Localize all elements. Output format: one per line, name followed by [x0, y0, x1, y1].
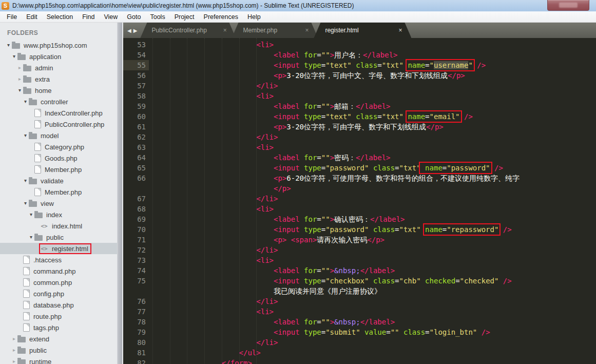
- code-line[interactable]: 69 <label for="">确认密码：</label>: [123, 214, 596, 224]
- tree-item-route.php[interactable]: route.php: [0, 311, 117, 322]
- tree-item-indexcontroller.php[interactable]: IndexController.php: [0, 107, 117, 119]
- line-number[interactable]: 57: [123, 81, 149, 91]
- line-number[interactable]: 71: [123, 235, 149, 245]
- menu-item-project[interactable]: Project: [170, 12, 199, 22]
- code-line[interactable]: 80 </li>: [123, 337, 596, 348]
- code-line[interactable]: 55 <input type="text" class="txt" name="…: [123, 60, 596, 70]
- line-number[interactable]: 70: [123, 224, 149, 235]
- tree-item-admin[interactable]: ▸admin: [0, 62, 117, 73]
- tree-item-index[interactable]: ▾index: [0, 209, 117, 220]
- line-number[interactable]: 76: [123, 296, 149, 306]
- prev-tab-arrow-icon[interactable]: ◀: [127, 28, 131, 33]
- code-line[interactable]: 72 </li>: [123, 245, 596, 255]
- line-number[interactable]: 55: [123, 60, 149, 70]
- menu-item-edit[interactable]: Edit: [22, 12, 42, 22]
- collapse-arrow-icon[interactable]: ▸: [11, 356, 17, 364]
- collapse-arrow-icon[interactable]: ▸: [11, 344, 17, 356]
- line-number[interactable]: 59: [123, 101, 149, 111]
- code-line[interactable]: 56 <p>3-20位字符，可由中文、字母、数字和下划线组成</p>: [123, 70, 596, 81]
- tree-item-category.php[interactable]: Category.php: [0, 141, 117, 152]
- code-line[interactable]: 67 </li>: [123, 194, 596, 204]
- expand-arrow-icon[interactable]: ▾: [22, 198, 29, 209]
- code-line[interactable]: 82 </form>: [123, 358, 596, 364]
- tree-item-member.php[interactable]: Member.php: [0, 164, 117, 175]
- line-number[interactable]: 74: [123, 265, 149, 276]
- tree-item-home[interactable]: ▾home: [0, 85, 117, 96]
- line-number[interactable]: 72: [123, 245, 149, 255]
- tree-item-member.php[interactable]: Member.php: [0, 186, 117, 198]
- code-line[interactable]: 61 <p>3-20位字符，可由字母、数字和下划线组成</p>: [123, 122, 596, 132]
- line-number[interactable]: 77: [123, 306, 149, 317]
- tree-item-index.html[interactable]: <>index.html: [0, 220, 117, 232]
- code-line[interactable]: 53 <li>: [123, 40, 596, 50]
- tab-close-icon[interactable]: ×: [395, 27, 405, 34]
- code-line[interactable]: </p>: [123, 183, 596, 194]
- code-line[interactable]: 76 </li>: [123, 296, 596, 306]
- line-number[interactable]: 64: [123, 152, 149, 163]
- tab-close-icon[interactable]: ×: [302, 27, 312, 34]
- expand-arrow-icon[interactable]: ▾: [16, 85, 23, 96]
- expand-arrow-icon[interactable]: ▾: [5, 40, 12, 51]
- close-button[interactable]: [547, 0, 589, 11]
- expand-arrow-icon[interactable]: ▾: [22, 175, 29, 186]
- code-line[interactable]: 81 </ul>: [123, 348, 596, 358]
- next-tab-arrow-icon[interactable]: ▶: [133, 28, 138, 33]
- tab-register.html[interactable]: register.html×: [314, 23, 411, 38]
- line-number[interactable]: 53: [123, 40, 149, 50]
- tab-publiccontroller.php[interactable]: PublicController.php×: [140, 23, 236, 38]
- tree-item-view[interactable]: ▾view: [0, 198, 117, 209]
- tree-item-publiccontroller.php[interactable]: PublicController.php: [0, 119, 117, 130]
- line-number[interactable]: [123, 183, 149, 194]
- code-line[interactable]: 77 <li>: [123, 306, 596, 317]
- line-number[interactable]: 73: [123, 255, 149, 265]
- line-number[interactable]: 69: [123, 214, 149, 224]
- line-number[interactable]: 67: [123, 194, 149, 204]
- tree-item-register.html[interactable]: <>register.html: [0, 243, 117, 254]
- line-number[interactable]: 68: [123, 204, 149, 214]
- code-line[interactable]: 71 <p> <span>请再次输入密码</p>: [123, 235, 596, 245]
- collapse-arrow-icon[interactable]: ▸: [11, 333, 17, 344]
- line-number[interactable]: 65: [123, 163, 149, 173]
- line-number[interactable]: 58: [123, 91, 149, 101]
- tree-item-www.php15shop.com[interactable]: ▾www.php15shop.com: [0, 40, 117, 51]
- code-line[interactable]: 75 <input type="checkbox" class="chb" ch…: [123, 276, 596, 286]
- menu-item-preferences[interactable]: Preferences: [199, 12, 243, 22]
- menu-item-file[interactable]: File: [2, 12, 22, 22]
- tree-item-database.php[interactable]: database.php: [0, 299, 117, 311]
- line-number[interactable]: 60: [123, 111, 149, 122]
- menu-item-view[interactable]: View: [99, 12, 122, 22]
- tree-item-command.php[interactable]: command.php: [0, 265, 117, 277]
- code-line[interactable]: 78 <label for="">&nbsp;</label>: [123, 317, 596, 327]
- code-line[interactable]: 57 </li>: [123, 81, 596, 91]
- expand-arrow-icon[interactable]: ▾: [11, 51, 17, 62]
- menu-item-tools[interactable]: Tools: [145, 12, 169, 22]
- expand-arrow-icon[interactable]: ▾: [28, 209, 34, 220]
- line-number[interactable]: 62: [123, 132, 149, 142]
- tree-item-tags.php[interactable]: tags.php: [0, 322, 117, 333]
- code-line[interactable]: 54 <label for="">用户名：</label>: [123, 50, 596, 60]
- tree-item-config.php[interactable]: config.php: [0, 288, 117, 299]
- code-line[interactable]: 73 <li>: [123, 255, 596, 265]
- code-line[interactable]: 66 <p>6-20位字符，可使用字母、数字和符号的组合，不建议使用纯数字、纯字: [123, 173, 596, 183]
- code-area[interactable]: 53 <li>54 <label for="">用户名：</label>55 <…: [123, 38, 596, 364]
- line-number[interactable]: [123, 286, 149, 296]
- tree-item-validate[interactable]: ▾validate: [0, 175, 117, 186]
- line-number[interactable]: 78: [123, 317, 149, 327]
- line-number[interactable]: 79: [123, 327, 149, 337]
- code-line[interactable]: 64 <label for="">密码：</label>: [123, 152, 596, 163]
- tree-item-controller[interactable]: ▾controller: [0, 96, 117, 107]
- tree-item-public[interactable]: ▾public: [0, 232, 117, 243]
- tree-item-.htaccess[interactable]: .htaccess: [0, 254, 117, 265]
- code-line[interactable]: 63 <li>: [123, 142, 596, 152]
- line-number[interactable]: 63: [123, 142, 149, 152]
- line-number[interactable]: 81: [123, 348, 149, 358]
- collapse-arrow-icon[interactable]: ▸: [16, 73, 23, 85]
- tree-item-application[interactable]: ▾application: [0, 51, 117, 62]
- menu-item-find[interactable]: Find: [78, 12, 99, 22]
- code-line[interactable]: 59 <label for="">邮箱：</label>: [123, 101, 596, 111]
- menu-item-goto[interactable]: Goto: [122, 12, 145, 22]
- tree-item-public[interactable]: ▸public: [0, 344, 117, 356]
- tab-member.php[interactable]: Member.php×: [232, 23, 318, 38]
- line-number[interactable]: 80: [123, 337, 149, 348]
- code-line[interactable]: 79 <input type="submit" value="" class="…: [123, 327, 596, 337]
